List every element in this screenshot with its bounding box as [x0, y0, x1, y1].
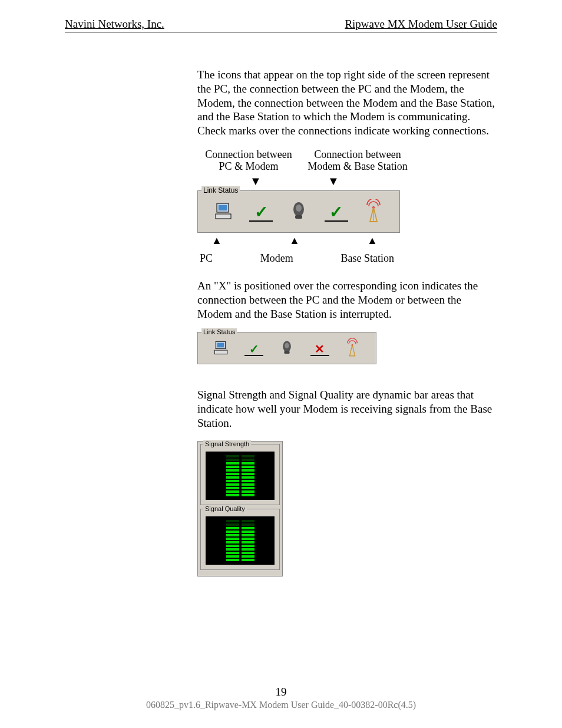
- signal-quality-label: Signal Quality: [203, 505, 247, 513]
- annotation-pc-modem: Connection between PC & Modem: [205, 149, 292, 173]
- link-status-panel-small: Link Status ✓: [197, 332, 376, 365]
- check-icon: ✓: [243, 204, 280, 220]
- arrow-down-icon: ▼: [314, 175, 353, 187]
- annotation-modem: Modem: [260, 252, 293, 265]
- doc-reference: 060825_pv1.6_Ripwave-MX Modem User Guide…: [146, 700, 416, 710]
- link-status-legend: Link Status: [201, 186, 240, 195]
- check-icon: ✓: [318, 204, 355, 220]
- link-status-legend: Link Status: [201, 328, 237, 337]
- signal-strength-panel: Signal Strength: [200, 444, 280, 505]
- signal-quality-panel: Signal Quality: [200, 509, 280, 570]
- connection-modem-bs-ok: ✓: [318, 204, 355, 222]
- arrow-down-icon: ▼: [236, 175, 275, 187]
- annotation-bs: Base Station: [341, 252, 395, 265]
- annotation-pc: PC: [200, 252, 213, 265]
- paragraph-1: The icons that appear on the top right s…: [197, 68, 497, 138]
- page-header: Navini Networks, Inc. Ripwave MX Modem U…: [65, 18, 497, 32]
- page-number: 19: [0, 686, 562, 699]
- signal-quality-bars: [206, 516, 275, 565]
- svg-point-4: [296, 205, 302, 212]
- pc-icon: [205, 201, 243, 225]
- paragraph-3: Signal Strength and Signal Quality are d…: [197, 388, 497, 430]
- arrow-up-icon: ▲: [197, 235, 236, 246]
- header-doc-title: Ripwave MX Modem User Guide: [345, 18, 497, 31]
- svg-point-12: [285, 342, 289, 348]
- arrow-up-icon: ▲: [275, 235, 314, 246]
- header-company: Navini Networks, Inc.: [65, 18, 164, 31]
- svg-rect-13: [284, 351, 289, 354]
- svg-rect-5: [295, 215, 302, 219]
- connection-pc-modem-ok: ✓: [243, 204, 280, 222]
- paragraph-2: An "X" is positioned over the correspond…: [197, 279, 497, 321]
- page-footer: 19 060825_pv1.6_Ripwave-MX Modem User Gu…: [0, 686, 562, 710]
- x-icon: ✕: [303, 343, 336, 355]
- svg-rect-2: [216, 214, 231, 219]
- svg-rect-9: [217, 342, 224, 347]
- link-status-panel: Link Status ✓: [197, 190, 400, 233]
- modem-icon: [280, 201, 318, 225]
- check-icon: ✓: [238, 343, 271, 355]
- diagram-link-status-annotated: Connection between PC & Modem Connection…: [197, 149, 497, 265]
- diagram-link-status-error: Link Status ✓: [197, 332, 497, 365]
- svg-rect-1: [219, 205, 227, 210]
- modem-icon: [270, 340, 303, 360]
- signal-strength-bars: [206, 452, 275, 500]
- connection-modem-bs-fail: ✕: [303, 343, 336, 356]
- pc-icon: [205, 340, 238, 360]
- connection-pc-modem-ok: ✓: [238, 343, 271, 356]
- annotation-modem-bs: Connection between Modem & Base Station: [308, 149, 408, 173]
- base-station-icon: [336, 338, 369, 361]
- base-station-icon: [355, 199, 392, 226]
- arrow-up-icon: ▲: [353, 235, 392, 246]
- svg-rect-10: [214, 350, 227, 354]
- signal-panels: Signal Strength Signal Quality: [197, 441, 283, 577]
- signal-strength-label: Signal Strength: [203, 440, 251, 449]
